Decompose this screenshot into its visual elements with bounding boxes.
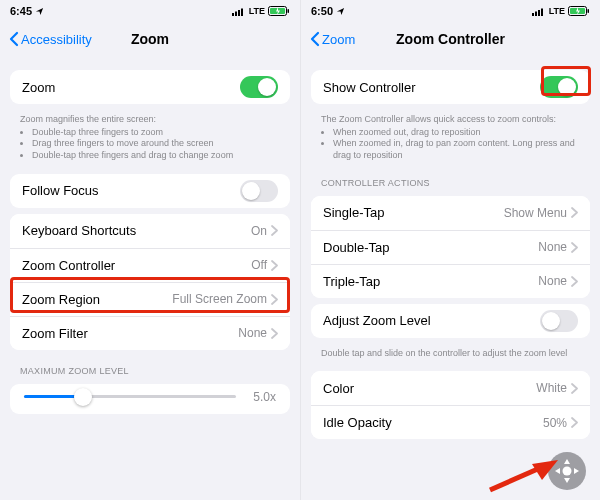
location-icon: [336, 7, 345, 16]
row-label: Zoom Filter: [22, 326, 238, 341]
svg-rect-1: [235, 11, 237, 16]
status-carrier: LTE: [249, 6, 265, 16]
status-time: 6:50: [311, 5, 333, 17]
svg-marker-15: [564, 459, 570, 464]
row-label: Show Controller: [323, 80, 540, 95]
row-zoom-toggle[interactable]: Zoom: [10, 70, 290, 104]
toggle-follow-focus[interactable]: [240, 180, 278, 202]
row-value: Show Menu: [504, 206, 567, 220]
row-follow-focus[interactable]: Follow Focus: [10, 174, 290, 208]
svg-point-14: [563, 467, 572, 476]
row-value: None: [538, 274, 567, 288]
row-keyboard-shortcuts[interactable]: Keyboard Shortcuts On: [10, 214, 290, 248]
row-idle-opacity[interactable]: Idle Opacity 50%: [311, 405, 590, 439]
row-single-tap[interactable]: Single-Tap Show Menu: [311, 196, 590, 230]
row-value: On: [251, 224, 267, 238]
section-max-zoom: MAXIMUM ZOOM LEVEL: [0, 356, 300, 378]
chevron-right-icon: [271, 260, 278, 271]
toggle-adjust-zoom[interactable]: [540, 310, 578, 332]
row-label: Color: [323, 381, 536, 396]
row-label: Zoom: [22, 80, 240, 95]
row-label: Follow Focus: [22, 183, 240, 198]
chevron-left-icon: [8, 31, 20, 47]
chevron-right-icon: [571, 383, 578, 394]
dpad-icon: [552, 456, 582, 486]
adjust-zoom-description: Double tap and slide on the controller t…: [301, 344, 600, 366]
chevron-left-icon: [309, 31, 321, 47]
svg-rect-7: [532, 13, 534, 16]
svg-rect-6: [288, 9, 290, 13]
row-label: Zoom Controller: [22, 258, 251, 273]
back-button[interactable]: Accessibility: [8, 31, 92, 47]
row-value: Off: [251, 258, 267, 272]
row-label: Triple-Tap: [323, 274, 538, 289]
show-controller-description: The Zoom Controller allows quick access …: [301, 110, 600, 168]
chevron-right-icon: [271, 294, 278, 305]
slider-value: 5.0x: [244, 390, 276, 404]
row-zoom-controller[interactable]: Zoom Controller Off: [10, 248, 290, 282]
row-value: None: [238, 326, 267, 340]
slider-thumb[interactable]: [74, 388, 92, 406]
chevron-right-icon: [271, 328, 278, 339]
battery-icon: [568, 6, 590, 16]
row-value: Full Screen Zoom: [172, 292, 267, 306]
toggle-zoom[interactable]: [240, 76, 278, 98]
battery-icon: [268, 6, 290, 16]
nav-bar: Zoom Zoom Controller: [301, 22, 600, 56]
row-color[interactable]: Color White: [311, 371, 590, 405]
row-label: Idle Opacity: [323, 415, 543, 430]
screen-zoom-controller: 6:50 LTE Zoom Zoom Controller Show Contr…: [300, 0, 600, 500]
row-double-tap[interactable]: Double-Tap None: [311, 230, 590, 264]
row-value: None: [538, 240, 567, 254]
zoom-controller-widget[interactable]: [548, 452, 586, 490]
slider-max-zoom[interactable]: 5.0x: [10, 384, 290, 414]
nav-bar: Accessibility Zoom: [0, 22, 300, 56]
svg-rect-10: [541, 8, 543, 16]
chevron-right-icon: [571, 207, 578, 218]
row-label: Adjust Zoom Level: [323, 313, 540, 328]
slider-track[interactable]: [24, 395, 236, 398]
signal-icon: [232, 7, 246, 16]
row-adjust-zoom-level[interactable]: Adjust Zoom Level: [311, 304, 590, 338]
back-label: Zoom: [322, 32, 355, 47]
svg-rect-13: [588, 9, 590, 13]
row-zoom-filter[interactable]: Zoom Filter None: [10, 316, 290, 350]
chevron-right-icon: [271, 225, 278, 236]
svg-marker-18: [574, 468, 579, 474]
status-carrier: LTE: [549, 6, 565, 16]
svg-line-19: [490, 468, 540, 490]
row-label: Single-Tap: [323, 205, 504, 220]
status-bar: 6:45 LTE: [0, 0, 300, 22]
svg-rect-9: [538, 10, 540, 16]
screen-zoom: 6:45 LTE Accessibility Zoom Zoom: [0, 0, 300, 500]
back-label: Accessibility: [21, 32, 92, 47]
row-label: Keyboard Shortcuts: [22, 223, 251, 238]
location-icon: [35, 7, 44, 16]
row-show-controller[interactable]: Show Controller: [311, 70, 590, 104]
row-label: Zoom Region: [22, 292, 172, 307]
back-button[interactable]: Zoom: [309, 31, 355, 47]
annotation-arrow: [488, 458, 558, 494]
chevron-right-icon: [571, 276, 578, 287]
status-bar: 6:50 LTE: [301, 0, 600, 22]
svg-marker-16: [564, 478, 570, 483]
chevron-right-icon: [571, 417, 578, 428]
svg-rect-0: [232, 13, 234, 16]
signal-icon: [532, 7, 546, 16]
status-time: 6:45: [10, 5, 32, 17]
row-zoom-region[interactable]: Zoom Region Full Screen Zoom: [10, 282, 290, 316]
row-value: White: [536, 381, 567, 395]
svg-rect-8: [535, 11, 537, 16]
row-triple-tap[interactable]: Triple-Tap None: [311, 264, 590, 298]
section-controller-actions: CONTROLLER ACTIONS: [301, 168, 600, 190]
chevron-right-icon: [571, 242, 578, 253]
svg-rect-2: [238, 10, 240, 16]
svg-marker-17: [555, 468, 560, 474]
row-value: 50%: [543, 416, 567, 430]
zoom-description: Zoom magnifies the entire screen: Double…: [0, 110, 300, 168]
toggle-show-controller[interactable]: [540, 76, 578, 98]
row-label: Double-Tap: [323, 240, 538, 255]
svg-rect-3: [241, 8, 243, 16]
